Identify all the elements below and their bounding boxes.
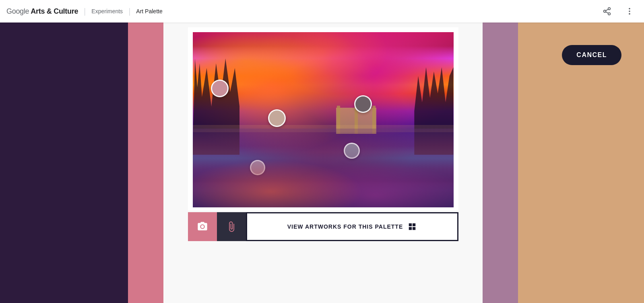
nav-art-palette[interactable]: Art Palette <box>136 8 162 14</box>
separator-1: | <box>84 7 86 16</box>
color-dot-5[interactable] <box>250 160 265 175</box>
share-icon <box>603 7 611 16</box>
panel-left-pink <box>128 23 163 303</box>
logo: Google Arts & Culture <box>6 7 78 16</box>
temple-column-3 <box>372 106 376 134</box>
image-frame <box>188 27 458 211</box>
view-artworks-label: VIEW ARTWORKS FOR THIS PALETTE <box>287 223 403 230</box>
image-wrapper <box>193 32 454 207</box>
center-content: VIEW ARTWORKS FOR THIS PALETTE <box>163 23 483 303</box>
trees-left <box>193 58 240 155</box>
view-artworks-button[interactable]: VIEW ARTWORKS FOR THIS PALETTE <box>246 212 458 241</box>
svg-point-7 <box>629 13 630 15</box>
upload-button[interactable] <box>217 212 246 241</box>
svg-line-4 <box>606 9 608 11</box>
trees-right <box>414 67 453 155</box>
color-dot-4[interactable] <box>344 143 360 159</box>
panel-right-tan: CANCEL <box>518 23 644 303</box>
logo-google: Google <box>6 7 29 15</box>
svg-line-3 <box>606 12 608 13</box>
more-dots-icon <box>625 7 634 16</box>
grid-icon <box>408 222 417 231</box>
color-dot-3[interactable] <box>354 95 372 113</box>
upload-icon <box>226 221 237 232</box>
water-pool <box>193 129 454 207</box>
camera-button[interactable] <box>188 212 217 241</box>
panel-left-dark <box>0 23 128 303</box>
panel-right-purple <box>483 23 518 303</box>
separator-2: | <box>128 7 130 16</box>
svg-point-5 <box>629 8 630 10</box>
logo-arts: Arts & Culture <box>31 7 78 15</box>
camera-icon <box>197 221 208 232</box>
nav-experiments[interactable]: Experiments <box>91 8 123 14</box>
temple-column-1 <box>337 106 340 134</box>
color-dot-1[interactable] <box>211 80 229 97</box>
horizon <box>193 125 454 132</box>
more-options-button[interactable] <box>621 3 638 19</box>
main-layout: VIEW ARTWORKS FOR THIS PALETTE CANCEL <box>0 23 644 303</box>
header: Google Arts & Culture | Experiments | Ar… <box>0 0 644 23</box>
share-button[interactable] <box>599 3 615 19</box>
svg-point-6 <box>629 10 630 12</box>
toolbar: VIEW ARTWORKS FOR THIS PALETTE <box>188 212 458 241</box>
color-dot-2[interactable] <box>268 109 286 127</box>
sunset-scene <box>193 32 454 207</box>
cancel-button[interactable]: CANCEL <box>562 45 621 65</box>
header-actions <box>599 3 638 19</box>
